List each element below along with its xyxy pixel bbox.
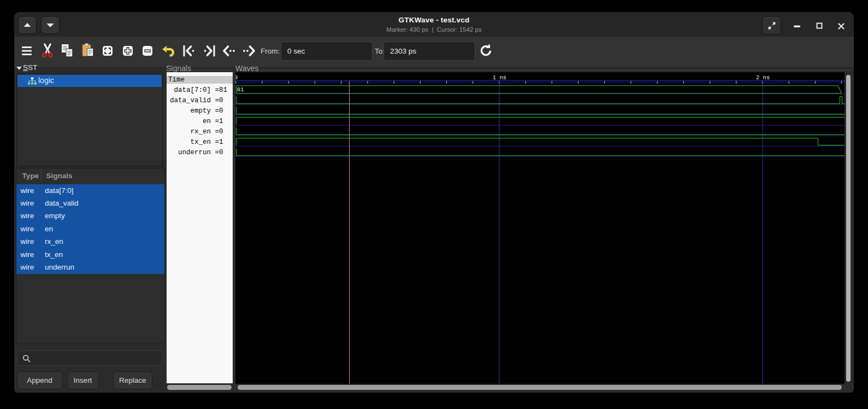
svg-text:1 ns: 1 ns xyxy=(492,74,506,81)
svg-text:0: 0 xyxy=(235,74,238,81)
svg-text:81: 81 xyxy=(237,86,244,92)
svg-text:2 ns: 2 ns xyxy=(756,74,770,81)
